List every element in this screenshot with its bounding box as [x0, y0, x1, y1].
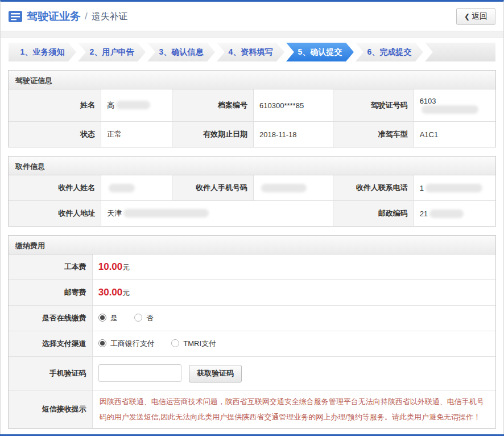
step-6-finish-submit: 6、完成提交 — [356, 43, 423, 61]
page-header: 驾驶证业务 / 遗失补证 ❮返回 — [1, 2, 503, 31]
breadcrumb-separator: / — [85, 11, 88, 22]
breadcrumb-current: 遗失补证 — [92, 11, 128, 23]
table-row: 是否在线缴费 是 否 — [9, 306, 495, 331]
table-row: 工本费 10.00元 — [9, 254, 495, 280]
recipient-mobile-value — [254, 175, 333, 201]
channel-tmri-option[interactable]: TMRI支付 — [171, 339, 216, 348]
name-value: 高 — [101, 89, 172, 122]
recipient-phone-label: 收件人联系电话 — [333, 175, 414, 201]
main-card: 驾驶证业务 / 遗失补证 ❮返回 1、业务须知 2、用户申告 3、确认信息 4、… — [0, 0, 504, 436]
sms-note-text: 因陕西省联通、电信运营商技术问题，陕西省互联网交通安全综合服务管理平台无法向持陕… — [92, 390, 495, 428]
recipient-address-value: 天津 — [101, 201, 333, 227]
online-payment-label: 是否在线缴费 — [9, 306, 92, 331]
table-row: 手机验证码 获取验证码 — [9, 357, 495, 390]
license-menu-icon — [9, 11, 22, 22]
production-fee-label: 工本费 — [9, 254, 92, 280]
expiry-label: 有效期止日期 — [172, 122, 254, 147]
production-fee-amount: 10.00 — [98, 261, 123, 272]
redacted-license-no — [422, 105, 478, 114]
sms-code-input[interactable] — [98, 364, 181, 382]
sms-code-label: 手机验证码 — [9, 357, 92, 390]
file-no-value: 610300****85 — [254, 89, 333, 122]
step-3-confirm-info: 3、确认信息 — [147, 43, 215, 61]
recipient-name-value — [101, 175, 172, 201]
page-title: 驾驶证业务 — [27, 9, 81, 24]
postcode-value: 21 — [414, 201, 495, 227]
online-yes-option[interactable]: 是 — [98, 314, 118, 322]
redacted-recipient-name — [109, 184, 135, 192]
table-row: 姓名 高 档案编号 610300****85 驾驶证号码 6103 — [9, 89, 495, 122]
vehicle-class-value: A1C1 — [414, 122, 495, 147]
sms-note-label: 短信接收提示 — [9, 390, 92, 428]
redacted-name — [116, 101, 150, 109]
postage-fee-amount: 30.00 — [98, 287, 123, 298]
license-no-label: 驾驶证号码 — [333, 89, 414, 122]
back-button[interactable]: ❮返回 — [456, 8, 495, 25]
postcode-label: 邮政编码 — [333, 201, 414, 227]
license-no-value: 6103 — [414, 89, 495, 122]
redacted-recipient-address — [123, 209, 209, 217]
currency-unit: 元 — [122, 289, 130, 297]
get-sms-code-button[interactable]: 获取验证码 — [189, 365, 242, 382]
pickup-info-section: 取件信息 收件人姓名 收件人手机号码 收件人联系电话 1 收件人地址 天津 邮政… — [8, 156, 496, 227]
radio-tmri-icon[interactable] — [171, 339, 179, 347]
radio-no-icon[interactable] — [134, 314, 142, 322]
step-1-business-notice: 1、业务须知 — [9, 43, 76, 61]
license-info-title: 驾驶证信息 — [9, 71, 495, 89]
table-row: 短信接收提示 因陕西省联通、电信运营商技术问题，陕西省互联网交通安全综合服务管理… — [9, 390, 495, 428]
channel-icbc-option[interactable]: 工商银行支付 — [98, 339, 155, 348]
vehicle-class-label: 准驾车型 — [333, 122, 414, 147]
recipient-mobile-label: 收件人手机号码 — [172, 175, 254, 201]
online-yes-label: 是 — [110, 314, 118, 322]
table-row: 收件人姓名 收件人手机号码 收件人联系电话 1 — [9, 175, 495, 201]
recipient-name-label: 收件人姓名 — [9, 175, 101, 201]
table-row: 邮寄费 30.00元 — [9, 280, 495, 306]
pickup-info-title: 取件信息 — [9, 157, 495, 175]
channel-icbc-label: 工商银行支付 — [110, 339, 155, 348]
table-row: 收件人地址 天津 邮政编码 21 — [9, 201, 495, 227]
redacted-recipient-phone — [425, 184, 482, 192]
sms-code-cell: 获取验证码 — [92, 357, 495, 390]
chevron-left-icon: ❮ — [464, 13, 470, 20]
fees-table: 工本费 10.00元 邮寄费 30.00元 是否在线缴费 是 否 选择支付渠道 … — [9, 254, 495, 428]
file-no-label: 档案编号 — [172, 89, 254, 122]
back-button-label: 返回 — [472, 11, 488, 20]
postage-fee-value: 30.00元 — [92, 280, 495, 306]
redacted-postcode — [429, 209, 464, 218]
radio-icbc-checked-icon[interactable] — [98, 339, 106, 347]
fees-section: 缴纳费用 工本费 10.00元 邮寄费 30.00元 是否在线缴费 是 否 选择… — [8, 235, 496, 429]
license-info-table: 姓名 高 档案编号 610300****85 驾驶证号码 6103 状态 正常 … — [9, 89, 495, 147]
online-payment-options: 是 否 — [92, 306, 495, 331]
step-5-confirm-submit-active: 5、确认提交 — [286, 43, 354, 61]
currency-unit: 元 — [122, 263, 130, 272]
status-value: 正常 — [101, 122, 172, 147]
payment-channel-options: 工商银行支付 TMRI支付 — [92, 331, 495, 357]
recipient-address-label: 收件人地址 — [9, 201, 101, 227]
online-no-label: 否 — [146, 314, 154, 322]
header-divider — [1, 31, 503, 38]
channel-tmri-label: TMRI支付 — [183, 339, 216, 348]
redacted-recipient-mobile — [261, 184, 307, 192]
recipient-phone-value: 1 — [414, 175, 495, 201]
name-label: 姓名 — [9, 89, 101, 122]
radio-yes-checked-icon[interactable] — [98, 314, 106, 322]
expiry-value: 2018-11-18 — [254, 122, 333, 147]
payment-channel-label: 选择支付渠道 — [9, 331, 92, 357]
step-bar-filler — [425, 43, 495, 61]
step-wizard: 1、业务须知 2、用户申告 3、确认信息 4、资料填写 5、确认提交 6、完成提… — [9, 43, 495, 61]
license-info-section: 驾驶证信息 姓名 高 档案编号 610300****85 驾驶证号码 6103 … — [8, 70, 496, 147]
postage-fee-label: 邮寄费 — [9, 280, 92, 306]
pickup-info-table: 收件人姓名 收件人手机号码 收件人联系电话 1 收件人地址 天津 邮政编码 21 — [9, 175, 495, 226]
online-no-option[interactable]: 否 — [134, 314, 154, 322]
step-2-user-declaration: 2、用户申告 — [78, 43, 146, 61]
status-label: 状态 — [9, 122, 101, 147]
table-row: 选择支付渠道 工商银行支付 TMRI支付 — [9, 331, 495, 357]
fees-title: 缴纳费用 — [9, 236, 495, 254]
production-fee-value: 10.00元 — [92, 254, 495, 280]
step-4-fill-data: 4、资料填写 — [217, 43, 284, 61]
table-row: 状态 正常 有效期止日期 2018-11-18 准驾车型 A1C1 — [9, 122, 495, 147]
